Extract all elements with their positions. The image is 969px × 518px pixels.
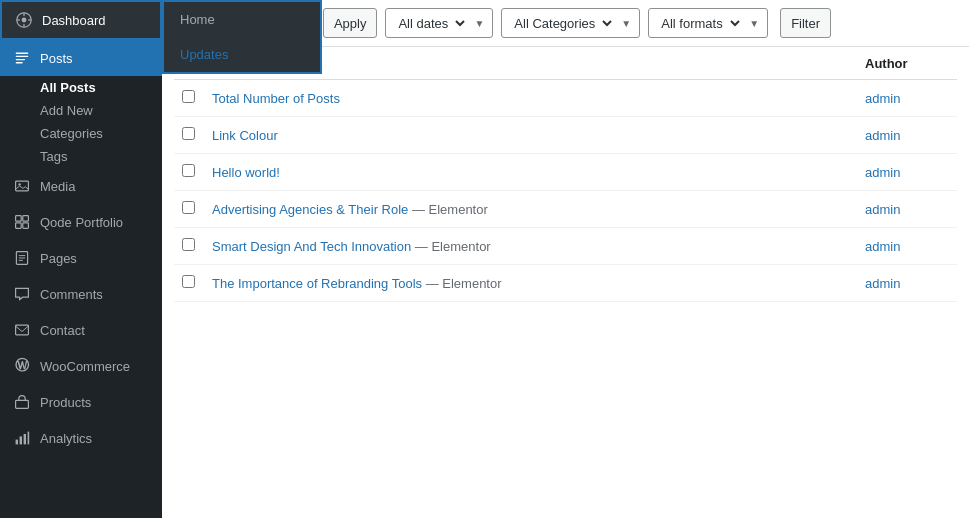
post-title-link[interactable]: Link Colour [212, 128, 278, 143]
all-formats-select[interactable]: All formats ▼ [648, 8, 768, 38]
all-formats-dropdown[interactable]: All formats [657, 15, 743, 32]
post-author-cell: admin [857, 154, 957, 191]
sidebar-item-comments[interactable]: Comments [0, 276, 162, 312]
qode-icon [12, 212, 32, 232]
all-dates-chevron: ▼ [474, 18, 484, 29]
sidebar-sub-tags[interactable]: Tags [0, 145, 162, 168]
post-title-link[interactable]: Total Number of Posts [212, 91, 340, 106]
post-title-cell: The Importance of Rebranding Tools — Ele… [204, 265, 857, 302]
svg-rect-18 [16, 440, 18, 445]
post-author-cell: admin [857, 80, 957, 117]
posts-table: Title Author Total Number of PostsadminL… [174, 47, 957, 302]
pages-icon [12, 248, 32, 268]
post-author-link[interactable]: admin [865, 239, 900, 254]
posts-table-container: Title Author Total Number of PostsadminL… [162, 47, 969, 518]
pages-label: Pages [40, 251, 77, 266]
post-title-cell: Hello world! [204, 154, 857, 191]
sidebar-sub-add-new[interactable]: Add New [0, 99, 162, 122]
table-row: Hello world!admin [174, 154, 957, 191]
posts-submenu: All Posts Add New Categories Tags [0, 76, 162, 168]
all-categories-dropdown[interactable]: All Categories [510, 15, 615, 32]
sidebar: Dashboard Posts All Posts Add New Catego… [0, 0, 162, 518]
all-dates-select[interactable]: All dates ▼ [385, 8, 493, 38]
sidebar-item-products[interactable]: Products [0, 384, 162, 420]
post-title-link[interactable]: The Importance of Rebranding Tools [212, 276, 422, 291]
svg-rect-17 [16, 400, 29, 408]
dashboard-label: Dashboard [42, 13, 106, 28]
sidebar-item-qode-portfolio[interactable]: Qode Portfolio [0, 204, 162, 240]
author-column-header: Author [857, 47, 957, 80]
analytics-label: Analytics [40, 431, 92, 446]
posts-icon [12, 48, 32, 68]
filter-button[interactable]: Filter [780, 8, 831, 38]
dashboard-icon [14, 10, 34, 30]
svg-rect-9 [23, 216, 29, 222]
comments-icon [12, 284, 32, 304]
sidebar-sub-categories[interactable]: Categories [0, 122, 162, 145]
post-author-link[interactable]: admin [865, 91, 900, 106]
row-checkbox-cell[interactable] [174, 117, 204, 154]
main-content: Home Updates Bulk actions Edit Move to T… [162, 0, 969, 518]
all-dates-dropdown[interactable]: All dates [394, 15, 468, 32]
sidebar-item-contact[interactable]: Contact [0, 312, 162, 348]
post-title-link[interactable]: Smart Design And Tech Innovation [212, 239, 411, 254]
table-row: Total Number of Postsadmin [174, 80, 957, 117]
svg-rect-6 [16, 181, 29, 191]
all-categories-chevron: ▼ [621, 18, 631, 29]
post-author-link[interactable]: admin [865, 276, 900, 291]
row-checkbox[interactable] [182, 238, 195, 251]
sidebar-item-dashboard[interactable]: Dashboard [0, 0, 162, 40]
sidebar-sub-all-posts[interactable]: All Posts [0, 76, 162, 99]
svg-rect-21 [28, 432, 30, 445]
posts-tbody: Total Number of PostsadminLink Colouradm… [174, 80, 957, 302]
row-checkbox[interactable] [182, 90, 195, 103]
all-formats-chevron: ▼ [749, 18, 759, 29]
post-title-link[interactable]: Advertising Agencies & Their Role [212, 202, 408, 217]
row-checkbox-cell[interactable] [174, 265, 204, 302]
dashboard-dropdown: Home Updates [162, 0, 322, 74]
post-author-cell: admin [857, 265, 957, 302]
svg-rect-11 [23, 223, 29, 229]
post-author-link[interactable]: admin [865, 128, 900, 143]
products-label: Products [40, 395, 91, 410]
dropdown-updates[interactable]: Updates [164, 37, 320, 72]
post-title-cell: Link Colour [204, 117, 857, 154]
post-title-link[interactable]: Hello world! [212, 165, 280, 180]
table-row: The Importance of Rebranding Tools — Ele… [174, 265, 957, 302]
post-author-cell: admin [857, 191, 957, 228]
svg-rect-19 [20, 436, 22, 444]
apply-button[interactable]: Apply [323, 8, 378, 38]
qode-label: Qode Portfolio [40, 215, 123, 230]
row-checkbox-cell[interactable] [174, 228, 204, 265]
post-author-link[interactable]: admin [865, 202, 900, 217]
post-author-cell: admin [857, 117, 957, 154]
svg-rect-16 [16, 325, 29, 335]
products-icon [12, 392, 32, 412]
woocommerce-label: WooCommerce [40, 359, 130, 374]
sidebar-item-woocommerce[interactable]: Ⓦ WooCommerce [0, 348, 162, 384]
media-label: Media [40, 179, 75, 194]
woocommerce-icon: Ⓦ [12, 356, 32, 376]
posts-label: Posts [40, 51, 73, 66]
post-title-cell: Smart Design And Tech Innovation — Eleme… [204, 228, 857, 265]
sidebar-item-pages[interactable]: Pages [0, 240, 162, 276]
svg-point-7 [18, 183, 20, 185]
row-checkbox[interactable] [182, 164, 195, 177]
row-checkbox[interactable] [182, 127, 195, 140]
row-checkbox[interactable] [182, 201, 195, 214]
media-icon [12, 176, 32, 196]
row-checkbox[interactable] [182, 275, 195, 288]
row-checkbox-cell[interactable] [174, 191, 204, 228]
svg-rect-20 [24, 434, 26, 444]
post-author-link[interactable]: admin [865, 165, 900, 180]
row-checkbox-cell[interactable] [174, 154, 204, 191]
dropdown-home[interactable]: Home [164, 2, 320, 37]
analytics-icon [12, 428, 32, 448]
svg-rect-10 [16, 223, 22, 229]
all-categories-select[interactable]: All Categories ▼ [501, 8, 640, 38]
sidebar-item-analytics[interactable]: Analytics [0, 420, 162, 456]
post-title-suffix: — Elementor [422, 276, 501, 291]
sidebar-item-posts[interactable]: Posts [0, 40, 162, 76]
row-checkbox-cell[interactable] [174, 80, 204, 117]
sidebar-item-media[interactable]: Media [0, 168, 162, 204]
